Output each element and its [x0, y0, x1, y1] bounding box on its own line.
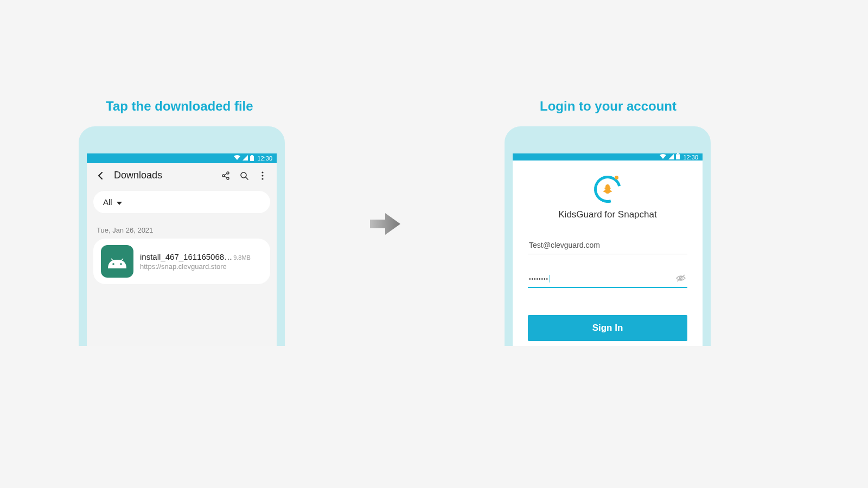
left-phone-screen: 12:30 Downloads All Tue, Jan 26, 2021	[87, 153, 277, 346]
svg-point-9	[112, 263, 114, 265]
svg-rect-14	[676, 155, 680, 160]
wifi-icon	[660, 154, 666, 160]
eye-off-icon[interactable]	[675, 274, 686, 284]
right-phone-shell: 12:30 KidsGuard for Snapchat Test@clevgu…	[505, 126, 711, 346]
svg-rect-0	[251, 155, 253, 156]
app-title: KidsGuard for Snapchat	[558, 209, 656, 220]
date-header: Tue, Jan 26, 2021	[97, 226, 267, 234]
svg-line-11	[111, 259, 113, 261]
right-phone-screen: 12:30 KidsGuard for Snapchat Test@clevgu…	[513, 153, 703, 346]
file-url: https://snap.clevguard.store	[140, 262, 263, 271]
file-info: install_467_161165068…9.8MB https://snap…	[140, 252, 263, 271]
password-mask: ••••••••	[529, 276, 548, 282]
signal-icon	[242, 155, 248, 162]
left-phone-shell: 12:30 Downloads All Tue, Jan 26, 2021	[79, 126, 285, 346]
svg-line-12	[121, 259, 123, 261]
email-field[interactable]: Test@clevguard.com	[528, 236, 687, 254]
file-name: install_467_161165068…	[140, 252, 232, 261]
share-icon[interactable]	[220, 170, 231, 181]
filter-dropdown[interactable]: All	[93, 191, 270, 213]
search-icon[interactable]	[239, 170, 250, 181]
email-value: Test@clevguard.com	[529, 241, 600, 249]
signal-icon	[668, 154, 674, 160]
svg-point-3	[222, 175, 225, 177]
wifi-icon	[234, 155, 240, 162]
downloads-topbar: Downloads	[87, 163, 277, 188]
more-icon[interactable]	[257, 170, 268, 181]
downloaded-file-row[interactable]: install_467_161165068…9.8MB https://snap…	[93, 239, 270, 284]
password-field[interactable]: ••••••••	[528, 271, 687, 288]
login-screen: KidsGuard for Snapchat Test@clevguard.co…	[513, 160, 703, 346]
back-icon[interactable]	[95, 170, 106, 181]
filter-label: All	[103, 197, 112, 207]
battery-icon	[250, 155, 254, 162]
svg-point-4	[227, 177, 229, 179]
left-caption: Tap the downloaded file	[106, 99, 253, 114]
right-status-time: 12:30	[683, 154, 698, 160]
logo-circle-icon	[594, 176, 621, 203]
chevron-down-icon	[117, 197, 122, 207]
app-logo: KidsGuard for Snapchat	[528, 176, 687, 220]
right-status-bar: 12:30	[513, 153, 703, 160]
battery-icon	[676, 153, 680, 160]
left-status-bar: 12:30	[87, 153, 277, 163]
text-caret	[550, 275, 550, 282]
svg-rect-1	[250, 156, 254, 161]
left-status-time: 12:30	[257, 155, 272, 162]
svg-point-10	[120, 263, 122, 265]
svg-point-8	[261, 178, 263, 179]
downloads-title: Downloads	[114, 170, 162, 181]
svg-rect-13	[677, 153, 679, 155]
apk-icon	[101, 245, 133, 278]
arrow-right-icon	[369, 210, 401, 240]
svg-point-2	[227, 172, 229, 174]
svg-point-7	[261, 175, 263, 176]
svg-point-6	[261, 171, 263, 173]
sign-in-button[interactable]: Sign In	[528, 315, 687, 341]
file-size: 9.8MB	[233, 254, 251, 261]
right-caption: Login to your account	[540, 99, 676, 114]
